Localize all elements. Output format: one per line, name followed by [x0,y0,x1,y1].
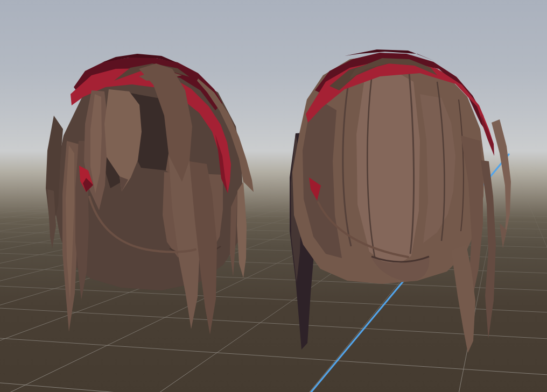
scene-canvas[interactable] [0,0,547,392]
scene-viewport[interactable] [0,0,547,392]
